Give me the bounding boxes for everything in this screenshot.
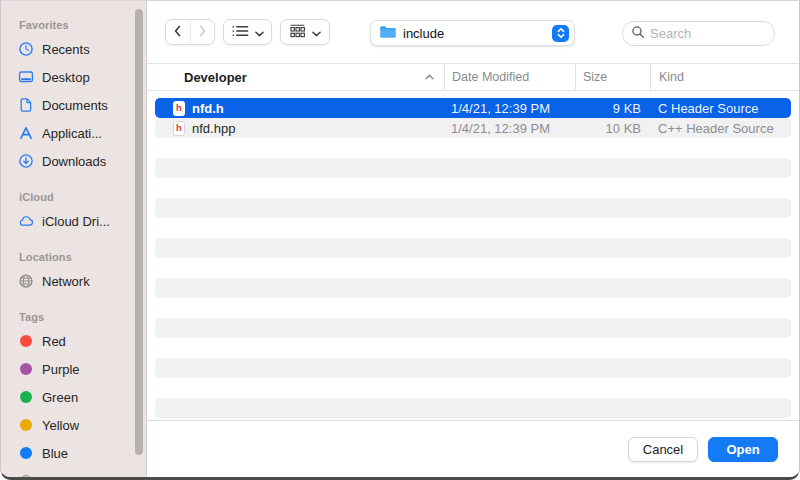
empty-row	[155, 238, 791, 258]
sidebar-item-downloads[interactable]: Downloads	[1, 147, 146, 175]
file-name: nfd.h	[192, 101, 224, 116]
file-date: 1/4/21, 12:39 PM	[444, 121, 575, 136]
sidebar-item-label: Applicati...	[42, 126, 102, 141]
cpp-header-file-icon: h	[173, 121, 185, 136]
empty-row	[155, 338, 791, 358]
location-popup-label: include	[403, 26, 546, 41]
tag-dot-red	[18, 333, 34, 349]
sidebar-item-applications[interactable]: Applicati...	[1, 119, 146, 147]
document-icon	[18, 97, 34, 113]
empty-row	[155, 358, 791, 378]
tag-dot-green	[18, 389, 34, 405]
file-size: 10 KB	[575, 121, 650, 136]
sidebar-item-label: Yellow	[42, 418, 79, 433]
sidebar-item-all-tags[interactable]: All Tags	[1, 467, 146, 477]
sidebar-item-label: Recents	[42, 42, 90, 57]
sidebar-item-label: All Tags	[42, 474, 87, 478]
sidebar-item-tag-blue[interactable]: Blue	[1, 439, 146, 467]
empty-row	[155, 218, 791, 238]
sidebar-item-desktop[interactable]: Desktop	[1, 63, 146, 91]
empty-row	[155, 278, 791, 298]
c-header-file-icon: h	[173, 101, 185, 116]
cancel-button[interactable]: Cancel	[628, 437, 698, 462]
chevron-down-icon	[255, 25, 264, 40]
sidebar-item-label: Downloads	[42, 154, 106, 169]
sidebar-item-label: Purple	[42, 362, 80, 377]
sidebar-item-tag-yellow[interactable]: Yellow	[1, 411, 146, 439]
sidebar-item-documents[interactable]: Documents	[1, 91, 146, 119]
appstore-icon	[18, 125, 34, 141]
sidebar-section-locations: Locations	[1, 247, 146, 267]
file-row-nfd-hpp[interactable]: h nfd.hpp 1/4/21, 12:39 PM 10 KB C++ Hea…	[155, 118, 791, 138]
sidebar-item-label: Documents	[42, 98, 108, 113]
group-view-icon	[289, 24, 306, 41]
dialog-footer: Cancel Open	[147, 420, 799, 477]
list-view-button[interactable]	[223, 19, 272, 45]
sidebar-item-label: iCloud Dri...	[42, 214, 110, 229]
back-button[interactable]	[166, 20, 190, 44]
empty-row	[155, 138, 791, 158]
empty-row	[155, 198, 791, 218]
search-field[interactable]	[622, 21, 775, 46]
empty-row	[155, 318, 791, 338]
empty-row	[155, 178, 791, 198]
search-icon	[631, 25, 645, 42]
sidebar-item-label: Green	[42, 390, 78, 405]
sidebar-section-tags: Tags	[1, 307, 146, 327]
search-input[interactable]	[650, 26, 766, 41]
sidebar-item-label: Blue	[42, 446, 68, 461]
sidebar-section-favorites: Favorites	[1, 15, 146, 35]
folder-icon	[379, 25, 397, 42]
desktop-icon	[18, 69, 34, 85]
list-view-icon	[232, 25, 249, 40]
empty-row	[155, 258, 791, 278]
sidebar-item-label: Red	[42, 334, 66, 349]
file-date: 1/4/21, 12:39 PM	[444, 101, 575, 116]
chevron-down-icon	[312, 25, 321, 40]
file-list: h nfd.h 1/4/21, 12:39 PM 9 KB C Header S…	[147, 91, 799, 420]
sidebar-item-tag-red[interactable]: Red	[1, 327, 146, 355]
empty-row	[155, 298, 791, 318]
sidebar-item-label: Desktop	[42, 70, 90, 85]
file-kind: C++ Header Source	[650, 121, 791, 136]
sidebar-item-tag-green[interactable]: Green	[1, 383, 146, 411]
clock-icon	[18, 41, 34, 57]
sidebar-item-network[interactable]: Network	[1, 267, 146, 295]
sidebar-item-tag-purple[interactable]: Purple	[1, 355, 146, 383]
table-header: Developer Date Modified Size Kind	[147, 64, 799, 91]
column-header-date-modified[interactable]: Date Modified	[444, 64, 575, 90]
file-size: 9 KB	[575, 101, 650, 116]
cloud-icon	[18, 213, 34, 229]
chevron-right-icon	[198, 24, 207, 41]
chevron-left-icon	[173, 24, 182, 41]
all-tags-circle-icon	[18, 473, 34, 477]
location-popup-button[interactable]: include	[370, 20, 575, 46]
file-name: nfd.hpp	[192, 121, 235, 136]
download-circle-icon	[18, 153, 34, 169]
file-kind: C Header Source	[650, 101, 791, 116]
empty-row	[155, 158, 791, 178]
open-file-dialog: Favorites Recents Desktop Documents Appl…	[0, 0, 800, 480]
column-header-size[interactable]: Size	[575, 64, 650, 90]
tag-dot-yellow	[18, 417, 34, 433]
empty-row	[155, 398, 791, 418]
sidebar-item-label: Network	[42, 274, 90, 289]
group-view-button[interactable]	[280, 19, 330, 45]
nav-segmented-control	[165, 19, 215, 45]
main-pane: include Developer Date Modified	[147, 1, 799, 477]
tag-dot-blue	[18, 445, 34, 461]
file-row-nfd-h[interactable]: h nfd.h 1/4/21, 12:39 PM 9 KB C Header S…	[155, 98, 791, 118]
toolbar: include	[147, 1, 799, 64]
sidebar-item-icloud-drive[interactable]: iCloud Dri...	[1, 207, 146, 235]
globe-icon	[18, 273, 34, 289]
column-header-name[interactable]: Developer	[147, 64, 444, 90]
column-header-kind[interactable]: Kind	[650, 64, 799, 90]
popup-stepper-icon	[552, 25, 569, 42]
sidebar-section-icloud: iCloud	[1, 187, 146, 207]
sidebar-item-recents[interactable]: Recents	[1, 35, 146, 63]
open-button[interactable]: Open	[708, 437, 778, 462]
tag-dot-purple	[18, 361, 34, 377]
sidebar-scrollbar[interactable]	[135, 9, 143, 455]
sort-ascending-icon	[425, 74, 434, 80]
forward-button[interactable]	[190, 20, 214, 44]
